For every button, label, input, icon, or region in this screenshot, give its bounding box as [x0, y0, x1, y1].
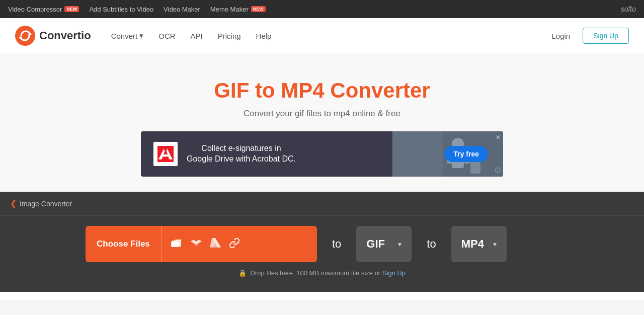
lock-icon: 🔒 [238, 269, 247, 277]
upload-icons-group [161, 226, 249, 262]
from-format-chevron-icon [398, 240, 401, 248]
drop-text: Drop files here. 100 MB maximum file siz… [251, 269, 381, 277]
ad-close-icon[interactable]: ✕ [496, 134, 501, 141]
to-format-chevron-icon [493, 240, 497, 248]
chevron-down-icon [139, 31, 143, 40]
nav-item-api[interactable]: API [186, 29, 208, 43]
breadcrumb: Image Converter [0, 192, 644, 216]
to-label-2: to [422, 238, 441, 251]
google-drive-icon[interactable] [210, 238, 221, 251]
choose-files-area: Choose Files [86, 226, 317, 262]
login-button[interactable]: Login [546, 29, 575, 43]
to-format-button[interactable]: MP4 [451, 226, 507, 262]
svg-rect-5 [392, 131, 443, 177]
try-free-button[interactable]: Try free [444, 146, 488, 162]
top-bar: Video Compressor NEW Add Subtitles to Vi… [0, 0, 644, 18]
converter-main: Choose Files [70, 226, 574, 262]
topbar-item-add-subtitles[interactable]: Add Subtitles to Video [89, 6, 153, 13]
converter-section: Image Converter Choose Files [0, 192, 644, 292]
hero-title: GIF to MP4 Converter [10, 78, 634, 103]
from-format-label: GIF [366, 238, 385, 251]
topbar-label-add-subtitles: Add Subtitles to Video [89, 6, 153, 13]
nav-menu: Convert OCR API Pricing Help [106, 28, 277, 43]
topbar-label-meme-maker: Meme Maker [210, 6, 249, 13]
to-label: to [327, 238, 346, 251]
badge-new-video-compressor: NEW [64, 6, 79, 12]
logo-icon [15, 26, 35, 46]
topbar-label-video-maker: Video Maker [164, 6, 200, 13]
nav-item-pricing[interactable]: Pricing [213, 29, 246, 43]
logo-text: Convertio [39, 29, 91, 42]
nav-item-help[interactable]: Help [251, 29, 277, 43]
ad-right: Try free ✕ ⓘ [392, 131, 503, 177]
from-format-button[interactable]: GIF [356, 226, 412, 262]
ad-left: Collect e-signatures in Google Drive wit… [141, 132, 392, 176]
signup-button[interactable]: Sign Up [583, 28, 629, 44]
link-icon[interactable] [229, 238, 240, 251]
choose-files-button[interactable]: Choose Files [86, 226, 161, 262]
hero-section: GIF to MP4 Converter Convert your gif fi… [0, 53, 644, 192]
topbar-brand: softo [621, 5, 636, 13]
svg-point-0 [15, 26, 35, 46]
logo[interactable]: Convertio [15, 26, 91, 46]
to-format-label: MP4 [461, 238, 484, 251]
topbar-item-meme-maker[interactable]: Meme Maker NEW [210, 6, 266, 13]
nav-left: Convertio Convert OCR API Pricing Help [15, 26, 276, 46]
signup-link[interactable]: Sign Up [382, 269, 406, 277]
adobe-logo-icon [157, 146, 174, 162]
top-bar-left: Video Compressor NEW Add Subtitles to Vi… [8, 6, 266, 13]
ad-text: Collect e-signatures in Google Drive wit… [187, 143, 296, 165]
nav-right: Login Sign Up [546, 28, 629, 44]
ad-banner: Collect e-signatures in Google Drive wit… [141, 131, 503, 177]
adobe-logo [153, 142, 178, 166]
bottom-strip [0, 292, 644, 300]
breadcrumb-text[interactable]: Image Converter [20, 200, 72, 208]
hero-subtitle: Convert your gif files to mp4 online & f… [10, 109, 634, 119]
nav-item-ocr[interactable]: OCR [153, 29, 180, 43]
svg-marker-13 [193, 239, 199, 240]
topbar-item-video-compressor[interactable]: Video Compressor NEW [8, 6, 79, 13]
ad-photo: Try free ✕ ⓘ [392, 131, 503, 177]
nav-item-convert[interactable]: Convert [106, 28, 149, 43]
breadcrumb-chevron-icon [10, 199, 17, 208]
local-folder-icon[interactable] [171, 237, 183, 252]
svg-rect-12 [171, 242, 179, 247]
dropbox-icon[interactable] [191, 238, 202, 251]
nav-bar: Convertio Convert OCR API Pricing Help L… [0, 18, 644, 53]
topbar-item-video-maker[interactable]: Video Maker [164, 6, 200, 13]
badge-new-meme-maker: NEW [251, 6, 266, 12]
ad-info-icon[interactable]: ⓘ [495, 167, 501, 174]
drop-info: 🔒 Drop files here. 100 MB maximum file s… [0, 269, 644, 277]
topbar-label-video-compressor: Video Compressor [8, 6, 62, 13]
